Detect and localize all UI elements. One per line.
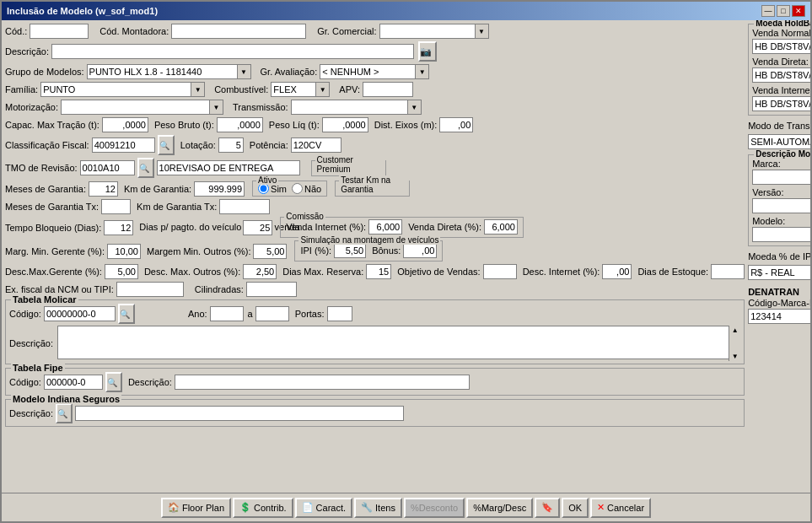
contrib-button[interactable]: 💲 Contrib. <box>233 498 293 518</box>
modo-transmissao-combo[interactable]: SEMI-AUTOMÁTICA ▼ <box>748 134 810 149</box>
potencia-input[interactable] <box>291 137 341 153</box>
contrib-icon: 💲 <box>239 502 251 513</box>
modelo-indiana-title: Modelo Indiana Seguros <box>11 394 121 404</box>
peso-liq-input[interactable] <box>322 117 368 132</box>
tmo-icon-btn[interactable]: 🔍 <box>137 158 154 178</box>
grupo-modelos-value: PUNTO HLX 1.8 - 1181440 <box>88 65 237 78</box>
cancelar-button[interactable]: ✕ Cancelar <box>590 498 651 518</box>
desc-indiana-input[interactable] <box>75 406 404 421</box>
ano-de-input[interactable] <box>210 306 244 321</box>
codigo-fipe-label: Código: <box>9 377 41 387</box>
dias-max-reserva-input[interactable] <box>366 264 391 279</box>
indiana-icon-btn[interactable]: 🔍 <box>56 403 73 423</box>
combustivel-combo[interactable]: FLEX ▼ <box>271 82 330 97</box>
familia-arrow[interactable]: ▼ <box>191 83 204 96</box>
modo-transmissao-value: SEMI-AUTOMÁTICA <box>749 135 810 148</box>
grupo-modelos-arrow[interactable]: ▼ <box>237 65 250 78</box>
maximize-button[interactable]: □ <box>777 5 790 17</box>
molicar-icon-btn[interactable]: 🔍 <box>118 304 135 324</box>
itens-icon: 🔧 <box>361 502 373 513</box>
tmo-desc-input[interactable] <box>157 160 300 175</box>
desc-fipe-input[interactable] <box>175 375 470 390</box>
apv-label: APV: <box>339 84 360 94</box>
cod-montadora-input[interactable] <box>171 24 306 39</box>
desc-internet-input[interactable] <box>602 264 632 279</box>
gr-avaliacao-arrow[interactable]: ▼ <box>415 65 428 78</box>
marg-outros-input[interactable] <box>253 244 287 259</box>
descricao-icon-button[interactable]: 📷 <box>418 41 437 62</box>
codigo-fipe-input[interactable] <box>44 375 103 390</box>
cod-montadora-label: Cód. Montadora: <box>99 26 169 36</box>
desconto-button[interactable]: %Desconto <box>404 498 465 518</box>
transmissao-combo[interactable]: ▼ <box>291 100 422 115</box>
codigo-molicar-input[interactable] <box>44 306 116 321</box>
classif-fiscal-input[interactable] <box>92 137 155 153</box>
km-garantia-input[interactable] <box>194 181 245 197</box>
classif-icon-btn[interactable]: 🔍 <box>158 135 175 155</box>
window-title: Inclusão de Modelo (w_sof_mod1) <box>7 6 158 16</box>
ok-button[interactable]: OK <box>562 498 589 518</box>
motorizacao-label: Motorização: <box>5 102 58 112</box>
apv-input[interactable] <box>363 82 413 97</box>
meses-garantia-tx-input[interactable] <box>101 199 131 214</box>
grupo-modelos-combo[interactable]: PUNTO HLX 1.8 - 1181440 ▼ <box>87 64 251 79</box>
floor-plan-button[interactable]: 🏠 Floor Plan <box>161 498 231 518</box>
dist-eixos-input[interactable] <box>439 117 473 132</box>
ano-ate-input[interactable] <box>255 306 289 321</box>
ativo-nao[interactable]: Não <box>292 183 321 194</box>
venda-direta-input[interactable] <box>484 219 518 235</box>
motorizacao-combo[interactable]: ▼ <box>61 100 223 115</box>
row-garantia: Meses de Garantia: Km de Garantia: Ativo… <box>5 181 745 197</box>
modelo-right-combo[interactable]: ▼ <box>752 227 810 242</box>
portas-input[interactable] <box>327 306 352 321</box>
dias-estoque-input[interactable] <box>711 264 745 279</box>
cod-input[interactable] <box>30 24 89 39</box>
ex-fiscal-input[interactable] <box>116 282 184 297</box>
venda-direta-combo[interactable]: HB DB/ST8V/PUNTO ▼ <box>752 67 810 83</box>
lotacao-input[interactable] <box>218 137 244 153</box>
meses-garantia-input[interactable] <box>89 181 118 197</box>
combustivel-arrow[interactable]: ▼ <box>315 83 329 96</box>
molicar-scrollbar[interactable]: ▲ ▼ <box>729 326 740 361</box>
desc-max-outros-input[interactable] <box>243 264 277 279</box>
caract-button[interactable]: 📄 Caract. <box>295 498 352 518</box>
km-garantia-tx-input[interactable] <box>219 199 270 214</box>
tmo-input[interactable] <box>80 160 135 175</box>
venda-internet-input[interactable] <box>368 219 402 235</box>
dias-pagto-input[interactable] <box>243 220 272 235</box>
marca-combo[interactable]: ▼ <box>752 170 810 185</box>
venda-normal-combo[interactable]: HB DB/ST8V/PUNTO ▼ <box>752 39 810 54</box>
familia-combo[interactable]: PUNTO ▼ <box>40 82 205 97</box>
desc-max-gerente-input[interactable] <box>105 264 138 279</box>
gr-avaliacao-combo[interactable]: < NENHUM > ▼ <box>320 64 429 79</box>
objetivo-vendas-input[interactable] <box>483 264 517 279</box>
marg-desc-button[interactable]: %Marg/Desc <box>466 498 533 518</box>
marg-gerente-input[interactable] <box>107 244 141 259</box>
venda-internet-combo[interactable]: HB DB/ST8V/PUNTO ▼ <box>752 96 810 111</box>
capac-input[interactable] <box>102 117 148 132</box>
codigo-marca-input[interactable] <box>748 309 810 324</box>
descricao-input[interactable] <box>51 44 414 59</box>
lotacao-label: Lotação: <box>180 140 216 150</box>
versao-combo[interactable]: ▼ <box>752 198 810 213</box>
cilindradas-input[interactable] <box>246 282 297 297</box>
gr-comercial-label: Gr. Comercial: <box>317 26 376 36</box>
fipe-icon-btn[interactable]: 🔍 <box>105 372 122 392</box>
itens-button[interactable]: 🔧 Itens <box>354 498 402 518</box>
moeda-ipi-combo[interactable]: R$ - REAL ▼ <box>748 265 810 280</box>
row-garantia-tx: Meses de Garantia Tx: Km de Garantia Tx: <box>5 199 745 214</box>
motorizacao-arrow[interactable]: ▼ <box>209 100 223 114</box>
molicar-desc-textarea[interactable] <box>57 326 740 359</box>
gr-comercial-combo[interactable]: ▼ <box>379 24 489 39</box>
unknown-button[interactable]: 🔖 <box>535 498 560 518</box>
transmissao-arrow[interactable]: ▼ <box>407 100 421 114</box>
ipi-input[interactable] <box>334 243 366 258</box>
minimize-button[interactable]: — <box>761 5 775 17</box>
gr-comercial-arrow[interactable]: ▼ <box>475 24 488 38</box>
comissao-title: Comissão <box>284 212 325 221</box>
objetivo-vendas-label: Objetivo de Vendas: <box>397 267 480 277</box>
close-button[interactable]: ✕ <box>792 5 805 17</box>
bonus-input[interactable] <box>403 243 437 258</box>
tempo-bloqueio-input[interactable] <box>104 220 133 235</box>
peso-bruto-input[interactable] <box>217 117 263 132</box>
